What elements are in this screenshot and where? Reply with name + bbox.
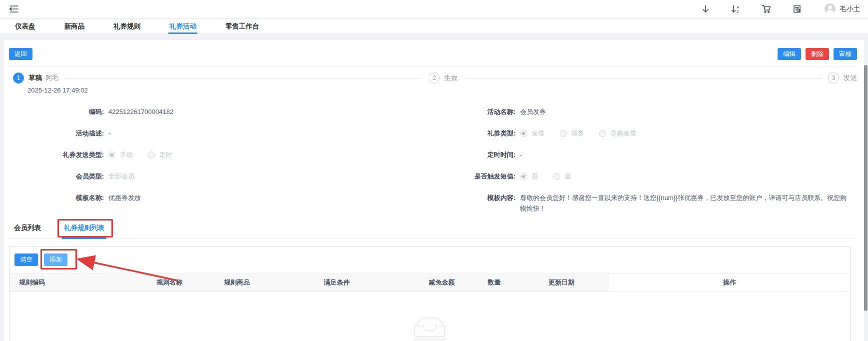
- step-send: 3 发送: [828, 72, 857, 84]
- field-send-type-label: 礼券发送类型:: [9, 150, 104, 159]
- field-timing-time: 定时时间: -: [433, 150, 858, 159]
- radio-label: 导购发券: [611, 129, 637, 138]
- rules-table-panel: 清空 添加 规则编码 规则名称 规则商品 满足条件 减免金额 数量 更新日期 操…: [9, 246, 851, 341]
- avatar-icon: [825, 4, 836, 14]
- field-member-type-value: 全部会员: [108, 172, 134, 180]
- field-sms-trigger-label: 是否触发短信:: [433, 172, 516, 180]
- topbar: A Z 毛小土: [0, 0, 868, 18]
- field-send-type: 礼券发送类型: 手动 定时: [9, 150, 433, 159]
- nav-tab-coupon-rules[interactable]: 礼券规则: [113, 20, 140, 34]
- sort-az-icon[interactable]: A Z: [731, 4, 741, 14]
- toolbar-divider: [10, 66, 856, 66]
- scrollbar-thumb[interactable]: [864, 65, 868, 311]
- radio-manual: 手动: [108, 150, 133, 159]
- step-effective-title: 生效: [444, 74, 458, 82]
- column-operation: 操作: [609, 274, 850, 292]
- activity-form: 编码: 422512261700004182 活动名称: 会员发券 活动描述: …: [9, 108, 857, 214]
- field-timing-time-label: 定时时间:: [433, 150, 516, 159]
- add-button[interactable]: 添加: [44, 254, 67, 266]
- field-activity-desc-value: -: [108, 129, 110, 138]
- svg-text:A: A: [737, 5, 739, 10]
- delete-button[interactable]: 删除: [806, 48, 829, 60]
- audit-button[interactable]: 审核: [834, 48, 857, 60]
- rules-table-buttons: 清空 添加: [9, 254, 850, 266]
- menu-fold-icon[interactable]: [9, 4, 19, 14]
- step-draft-operator: 阿毛: [45, 74, 58, 82]
- field-member-type-label: 会员类型:: [9, 172, 104, 180]
- radio-send-coupon: 发券: [520, 129, 545, 138]
- radio-selected-icon: [108, 152, 115, 158]
- step-effective-number: 2: [429, 72, 440, 84]
- nav-tabbar: 仪表盘 新商品 礼券规则 礼券活动 零售工作台: [0, 18, 868, 34]
- tab-coupon-rule-list[interactable]: 礼券规则列表: [64, 224, 104, 232]
- field-activity-desc-label: 活动描述:: [9, 129, 104, 138]
- field-code: 编码: 422512261700004182: [9, 108, 433, 116]
- activity-detail-card: 返回 编辑 删除 审核 1 草稿 阿毛 2 生效 3 发送 20: [4, 40, 864, 341]
- tab-member-list[interactable]: 会员列表: [14, 224, 41, 232]
- field-activity-name-label: 活动名称:: [433, 108, 516, 116]
- column-discount-amount: 减免金额: [409, 274, 474, 292]
- radio-label: 领券: [571, 129, 584, 138]
- field-activity-name: 活动名称: 会员发券: [433, 108, 858, 116]
- field-template-content-value: 尊敬的会员您好！感谢您一直以来的支持！送您{{num}}张优惠券，已发放至您的账…: [520, 192, 850, 214]
- user-name: 毛小土: [840, 4, 861, 14]
- field-code-value: 422512261700004182: [108, 108, 173, 116]
- edit-button[interactable]: 编辑: [778, 48, 801, 60]
- toolbar-right: 编辑 删除 审核: [778, 48, 857, 60]
- annotation-box-rules-tab: [57, 219, 113, 238]
- column-quantity: 数量: [474, 274, 514, 292]
- nav-tab-retail-workbench[interactable]: 零售工作台: [225, 20, 259, 34]
- step-connector: [65, 78, 422, 78]
- step-draft-number: 1: [13, 72, 24, 84]
- nav-tab-dashboard[interactable]: 仪表盘: [15, 20, 35, 34]
- field-activity-name-value: 会员发券: [520, 108, 546, 116]
- step-send-number: 3: [828, 72, 839, 84]
- field-template-content-label: 模板内容:: [433, 194, 516, 202]
- radio-yes: 是: [553, 172, 571, 180]
- column-rule-name: 规则名称: [129, 274, 209, 292]
- field-template-name: 模板名称: 优惠券发放: [9, 194, 433, 214]
- radio-label: 是: [565, 172, 571, 180]
- back-button[interactable]: 返回: [9, 48, 32, 60]
- radio-selected-icon: [520, 130, 527, 137]
- radio-label: 定时: [159, 150, 172, 159]
- field-activity-desc: 活动描述: -: [9, 129, 433, 138]
- user-menu[interactable]: 毛小土: [825, 4, 861, 14]
- column-rule-product: 规则商品: [209, 274, 264, 292]
- field-sms-trigger: 是否触发短信: 否 是: [433, 172, 858, 180]
- column-condition: 满足条件: [264, 274, 409, 292]
- download-icon[interactable]: [701, 4, 711, 14]
- coupon-type-radio-group: 发券 领券 导购发券: [520, 129, 652, 138]
- field-template-name-value: 优惠券发放: [108, 194, 141, 202]
- column-update-date: 更新日期: [514, 274, 609, 292]
- rules-table-header: 规则编码 规则名称 规则商品 满足条件 减免金额 数量 更新日期 操作: [9, 274, 850, 292]
- field-member-type: 会员类型: 全部会员: [9, 172, 433, 180]
- radio-label: 发券: [532, 129, 545, 138]
- nav-tab-coupon-activity[interactable]: 礼券活动: [169, 20, 196, 34]
- svg-text:Z: Z: [737, 10, 739, 14]
- field-coupon-type-label: 礼券类型:: [433, 129, 516, 138]
- field-timing-time-value: -: [520, 150, 522, 159]
- radio-label: 否: [532, 172, 538, 180]
- field-template-name-label: 模板名称:: [9, 194, 104, 202]
- step-connector: [465, 78, 821, 78]
- field-template-content: 模板内容: 尊敬的会员您好！感谢您一直以来的支持！送您{{num}}张优惠券，已…: [433, 194, 858, 214]
- cart-icon[interactable]: [762, 4, 772, 14]
- radio-unselected-icon: [560, 130, 567, 137]
- nav-tab-new-product[interactable]: 新商品: [64, 20, 85, 34]
- step-effective: 2 生效: [429, 72, 458, 84]
- doc-search-icon[interactable]: [792, 4, 802, 14]
- clear-button[interactable]: 清空: [14, 254, 38, 266]
- step-send-title: 发送: [844, 74, 857, 82]
- radio-guide-send-coupon: 导购发券: [599, 129, 637, 138]
- empty-state: 暂无数据: [9, 313, 850, 341]
- empty-box-icon: [407, 313, 453, 341]
- steps: 1 草稿 阿毛 2 生效 3 发送 2025-12-26 17:49:02: [9, 72, 857, 98]
- step-draft: 1 草稿 阿毛: [13, 72, 58, 84]
- radio-selected-icon: [520, 173, 527, 180]
- column-rule-code: 规则编码: [9, 274, 129, 292]
- detail-tabs: 会员列表 礼券规则列表: [9, 224, 857, 239]
- topbar-icons: A Z 毛小土: [701, 4, 861, 14]
- toolbar: 返回 编辑 删除 审核: [9, 48, 857, 60]
- radio-unselected-icon: [148, 152, 155, 158]
